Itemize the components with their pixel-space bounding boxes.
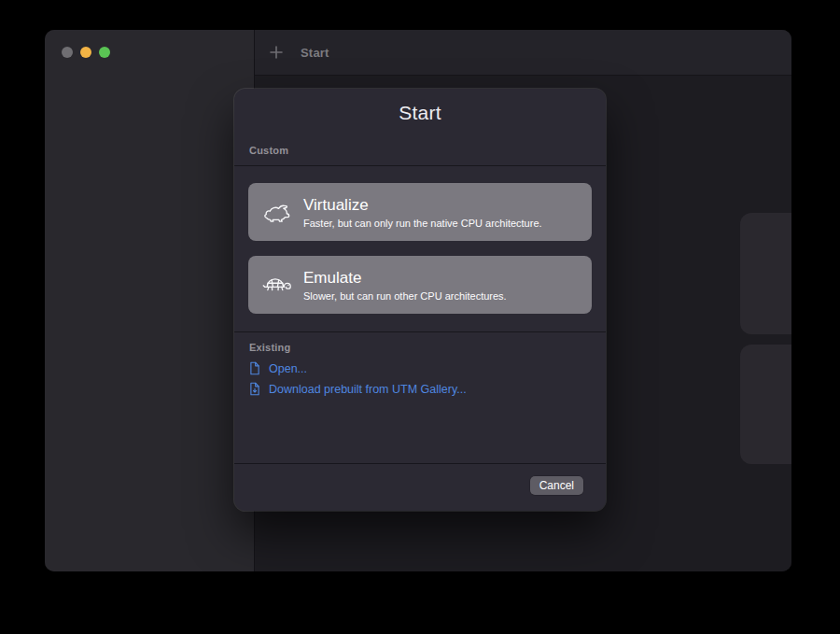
document-download-icon bbox=[249, 382, 260, 396]
existing-section-label: Existing bbox=[249, 342, 290, 353]
tortoise-icon bbox=[260, 275, 296, 296]
welcome-card-support[interactable]: t bbox=[740, 345, 791, 464]
welcome-card-gallery[interactable]: Gallery bbox=[740, 213, 791, 334]
download-prebuilt-link[interactable]: Download prebuilt from UTM Gallery... bbox=[249, 382, 467, 396]
toolbar-title: Start bbox=[301, 46, 329, 60]
plus-icon[interactable] bbox=[270, 46, 283, 59]
vm-sidebar bbox=[45, 30, 254, 571]
window-controls bbox=[45, 30, 254, 58]
app-window: Start Gallery t Start Custom Virtualize … bbox=[45, 30, 791, 571]
option-title: Virtualize bbox=[303, 196, 369, 215]
divider bbox=[234, 463, 606, 464]
option-subtitle: Faster, but can only run the native CPU … bbox=[303, 218, 542, 229]
custom-section-label: Custom bbox=[249, 145, 288, 156]
download-prebuilt-link-label: Download prebuilt from UTM Gallery... bbox=[269, 383, 467, 396]
minimize-window-button[interactable] bbox=[80, 47, 91, 58]
divider bbox=[234, 165, 606, 166]
hare-icon bbox=[260, 201, 296, 223]
option-subtitle: Slower, but can run other CPU architectu… bbox=[303, 290, 507, 302]
divider bbox=[234, 331, 606, 332]
cancel-button[interactable]: Cancel bbox=[530, 476, 583, 495]
zoom-window-button[interactable] bbox=[99, 47, 110, 58]
desktop: { "window": { "toolbar": { "title": "Sta… bbox=[0, 0, 840, 634]
virtualize-button[interactable]: Virtualize Faster, but can only run the … bbox=[248, 183, 592, 241]
document-icon bbox=[249, 361, 260, 375]
open-link-label: Open... bbox=[269, 362, 307, 375]
emulate-button[interactable]: Emulate Slower, but can run other CPU ar… bbox=[248, 256, 592, 314]
option-title: Emulate bbox=[303, 269, 361, 288]
option-text: Virtualize Faster, but can only run the … bbox=[303, 196, 542, 229]
start-sheet: Start Custom Virtualize Faster, but can … bbox=[234, 89, 606, 511]
open-link[interactable]: Open... bbox=[249, 361, 307, 375]
toolbar: Start bbox=[255, 30, 791, 76]
close-window-button[interactable] bbox=[62, 47, 73, 58]
sheet-title: Start bbox=[234, 102, 606, 124]
option-text: Emulate Slower, but can run other CPU ar… bbox=[303, 269, 507, 302]
